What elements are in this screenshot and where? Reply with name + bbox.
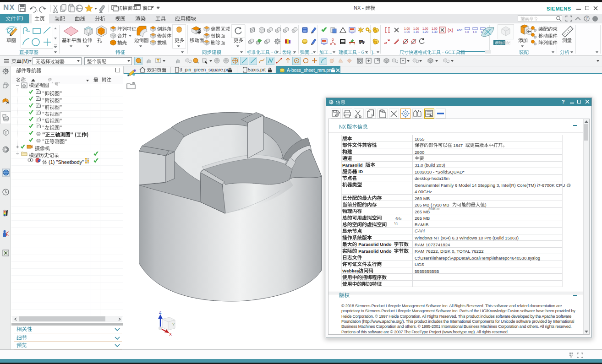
- svg-text:1.0: 1.0: [473, 31, 477, 33]
- svg-text:1.00: 1.00: [404, 30, 410, 33]
- svg-text:1.00: 1.00: [422, 27, 428, 30]
- svg-text:1.20: 1.20: [422, 30, 428, 33]
- svg-text:Y: Y: [172, 322, 175, 326]
- svg-text:?: ?: [586, 16, 588, 21]
- svg-text:Z: Z: [159, 310, 162, 315]
- svg-text:1.00: 1.00: [413, 27, 419, 30]
- svg-text:{X}: {X}: [448, 28, 453, 33]
- svg-text:X: X: [169, 332, 172, 337]
- svg-text:1.30: 1.30: [432, 30, 438, 33]
- svg-text:1.00: 1.00: [432, 27, 438, 30]
- svg-text:1.10: 1.10: [413, 30, 419, 33]
- svg-text:ABC: ABC: [457, 29, 463, 32]
- svg-text:1.00: 1.00: [404, 27, 410, 30]
- svg-text:1.0: 1.0: [465, 31, 469, 33]
- svg-text:GC: GC: [360, 40, 362, 43]
